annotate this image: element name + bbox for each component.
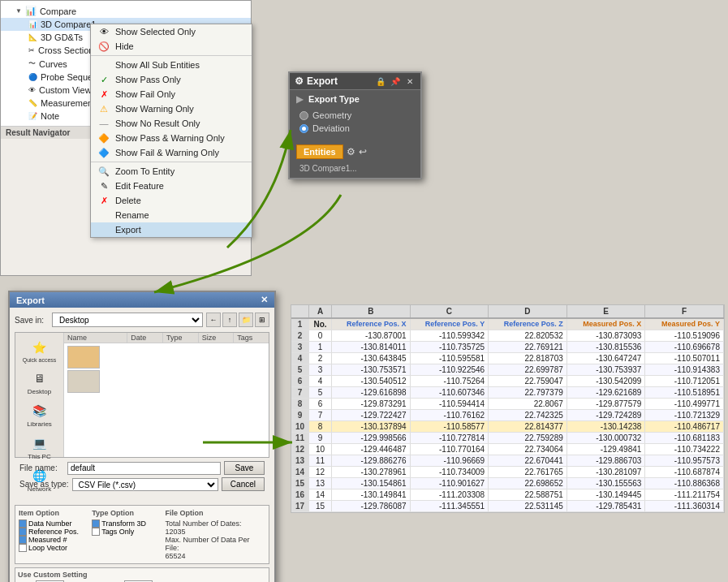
no-cell: 9: [309, 433, 332, 443]
ctx-show-all-sub[interactable]: Show All Sub Entities: [91, 58, 252, 72]
eye-hide-icon: 🚫: [97, 40, 110, 53]
ctx-delete[interactable]: ✗ Delete: [91, 193, 252, 208]
ctx-export[interactable]: Export: [91, 222, 252, 237]
table-row: 16 14 -130.149841 -111.203308 22.588751 …: [291, 489, 724, 501]
libraries-icon: 📚: [31, 402, 49, 420]
table-row: 2 0 -130.87001 -110.599342 22.820532 -13…: [291, 330, 724, 342]
refz-cell: 22.814377: [489, 421, 567, 432]
lock-icon[interactable]: 🔒: [375, 75, 386, 87]
pin-icon[interactable]: 📌: [390, 75, 401, 87]
table-row: 10 8 -130.137894 -110.58577 22.814377 -1…: [291, 421, 724, 433]
data-number-cb[interactable]: [19, 519, 27, 528]
refx-cell: -130.753571: [332, 364, 411, 375]
opt-transform: Transform 3D: [92, 519, 158, 528]
tags-label: Tags Only: [101, 528, 134, 536]
loop-vec-label: Loop Vector: [28, 544, 67, 552]
qs-this-pc[interactable]: 💻 This PC: [17, 432, 62, 463]
measy-cell: -110.507011: [645, 353, 724, 364]
row-num: 7: [291, 387, 309, 398]
ctx-rename[interactable]: Rename: [91, 208, 252, 222]
refy-cell: -110.735725: [411, 342, 489, 352]
tree-icon: 〜: [28, 58, 36, 69]
view-icon[interactable]: ⊞: [255, 313, 269, 327]
arrow-icon[interactable]: ↩: [359, 146, 367, 157]
ctx-show-nores[interactable]: — Show No Result Only: [91, 116, 252, 131]
export-radio-geometry[interactable]: Geometry: [299, 109, 411, 122]
refy-cell: -110.727814: [411, 433, 489, 443]
quick-sidebar: ⭐ Quick access 🖥 Desktop 📚 Libraries 💻 T…: [15, 333, 64, 457]
ss-col-b: B: [332, 305, 411, 317]
edit-icon: ✎: [97, 179, 110, 192]
no-cell: 10: [309, 444, 332, 455]
ss-refz-label: Reference Pos. Z: [489, 319, 567, 330]
ctx-hide[interactable]: 🚫 Hide: [91, 39, 252, 54]
no-cell: 14: [309, 489, 332, 500]
save-button[interactable]: Save: [224, 461, 265, 475]
entities-row: Entities ⚙ ↩: [290, 141, 420, 162]
opt-meas-pos: Measured #: [19, 536, 85, 544]
filetype-select[interactable]: CSV File (*.csv): [72, 478, 218, 491]
refx-cell: -129.998566: [332, 433, 411, 443]
close-icon[interactable]: ✕: [404, 75, 416, 87]
transform-cb[interactable]: [92, 519, 100, 528]
refy-cell: -110.594414: [411, 399, 489, 409]
settings-icon[interactable]: ⚙: [347, 146, 355, 157]
loop-vec-cb[interactable]: [19, 544, 27, 552]
back-icon[interactable]: ←: [206, 313, 221, 327]
refx-cell: -130.149841: [332, 489, 411, 500]
refx-cell: -130.643845: [332, 353, 411, 364]
ctx-zoom[interactable]: 🔍 Zoom To Entity: [91, 164, 252, 179]
qs-libraries[interactable]: 📚 Libraries: [17, 399, 62, 430]
table-row: 15 13 -130.154861 -110.901627 22.698652 …: [291, 478, 724, 489]
measy-cell: -111.211754: [645, 489, 724, 500]
measx-cell: -129.886703: [567, 455, 646, 466]
ctx-edit[interactable]: ✎ Edit Feature: [91, 179, 252, 193]
qs-desktop[interactable]: 🖥 Desktop: [17, 367, 62, 398]
no-cell: 1: [309, 342, 332, 352]
filename-input[interactable]: [67, 462, 221, 475]
ref-pos-label: Reference Pos.: [28, 528, 79, 536]
tree-label: Measurement: [41, 98, 95, 108]
ctx-show-selected[interactable]: 👁 Show Selected Only: [91, 24, 252, 39]
row-num: 3: [291, 342, 309, 352]
tree-item-compare[interactable]: ▼ 📊 Compare: [1, 4, 251, 18]
ctx-show-pass[interactable]: ✓ Show Pass Only: [91, 72, 252, 87]
new-folder-icon[interactable]: 📁: [239, 313, 253, 327]
ctx-show-fail[interactable]: ✗ Show Fail Only: [91, 87, 252, 101]
refz-cell: 22.769121: [489, 342, 567, 352]
total-dates-value: 12035: [166, 528, 265, 536]
qs-quick-access[interactable]: ⭐ Quick access: [17, 336, 62, 365]
meas-pos-cb[interactable]: [19, 536, 27, 544]
save-in-combo[interactable]: Desktop: [52, 313, 203, 327]
delete-icon: ✗: [97, 194, 110, 207]
dialog-close-icon[interactable]: ✕: [261, 295, 268, 305]
meas-pos-label: Measured #: [28, 536, 67, 544]
cancel-button[interactable]: Cancel: [222, 477, 265, 491]
ref-pos-cb[interactable]: [19, 528, 27, 536]
up-icon[interactable]: ↑: [222, 313, 237, 327]
tags-cb[interactable]: [92, 528, 100, 536]
refz-cell: 22.698652: [489, 478, 567, 489]
row-num: 12: [291, 444, 309, 455]
measy-cell: -110.696678: [645, 342, 724, 352]
desktop-icon: 🖥: [31, 369, 49, 387]
pass-icon: ✓: [97, 73, 110, 86]
ctx-show-passw[interactable]: 🔶 Show Pass & Warning Only: [91, 131, 252, 145]
save-in-row: Save in: Desktop ← ↑ 📁 ⊞: [15, 313, 269, 327]
refx-cell: -130.137894: [332, 421, 411, 432]
entities-button[interactable]: Entities: [296, 144, 343, 159]
opt-data-number: Data Number: [19, 519, 85, 528]
deviation-radio[interactable]: [299, 124, 308, 133]
ctx-show-warn[interactable]: ⚠ Show Warning Only: [91, 101, 252, 116]
tree-icon: 📏: [28, 99, 37, 107]
ctx-show-failw[interactable]: 🔷 Show Fail & Warning Only: [91, 145, 252, 160]
custom-setting: Use Custom Setting Unit Decimal Places: [15, 567, 269, 582]
export-radio-deviation[interactable]: Deviation: [299, 122, 411, 135]
refz-cell: 22.759289: [489, 433, 567, 443]
table-row: 12 10 -129.446487 -110.770164 22.734064 …: [291, 444, 724, 455]
geometry-radio[interactable]: [299, 111, 308, 120]
tree-label: Curves: [39, 59, 67, 69]
refy-cell: -110.96669: [411, 455, 489, 466]
col-name: Name: [64, 333, 127, 343]
row-num: 6: [291, 376, 309, 386]
